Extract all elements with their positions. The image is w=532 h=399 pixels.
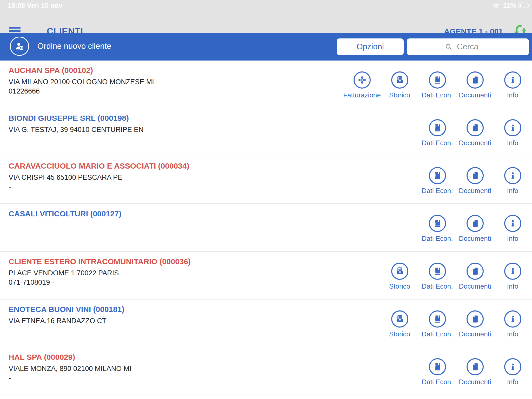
action-documenti-button[interactable]: Documenti	[456, 310, 494, 338]
client-address: VIA ETNEA,16 RANDAZZO CT	[9, 317, 124, 325]
action-info-button[interactable]: Info	[494, 71, 531, 99]
client-info: AUCHAN SPA (000102)VIA MILANO 20100 COLO…	[9, 65, 154, 95]
client-name[interactable]: CASALI VITICOLTURI (000127)	[9, 209, 122, 219]
client-row: CLIENTE ESTERO INTRACOMUNITARIO (000036)…	[0, 252, 532, 300]
client-phone: 071-7108019 -	[9, 278, 191, 287]
action-label: Dati Econ.	[422, 91, 453, 99]
action-dati-button[interactable]: Dati Econ.	[418, 310, 456, 338]
action-label: Storico	[389, 91, 410, 99]
options-button[interactable]: Opzioni	[337, 38, 404, 55]
client-address: VIA CRISPI 45 65100 PESCARA PE	[9, 173, 189, 182]
action-label: Info	[507, 235, 518, 243]
new-client-order-button[interactable]: Ordine nuovo cliente	[10, 37, 111, 56]
client-address: VIA G. TESTAJ, 39 94010 CENTURIPE EN	[9, 125, 144, 134]
client-address: VIA MILANO 20100 COLOGNO MONZESE MI	[9, 78, 154, 86]
documenti-icon	[467, 167, 484, 184]
client-actions: Dati Econ.DocumentiInfo	[418, 358, 531, 386]
storico-icon	[391, 310, 408, 328]
info-icon	[504, 167, 521, 184]
action-info-button[interactable]: Info	[494, 358, 531, 386]
search-box[interactable]	[407, 38, 529, 55]
action-label: Fatturazione	[343, 91, 381, 99]
client-info: CASALI VITICOLTURI (000127)	[9, 209, 122, 219]
action-dati-button[interactable]: Dati Econ.	[418, 215, 456, 243]
action-documenti-button[interactable]: Documenti	[456, 263, 494, 290]
action-storico-button[interactable]: Storico	[381, 71, 418, 99]
client-name[interactable]: AUCHAN SPA (000102)	[9, 65, 154, 76]
action-fatturazione-button[interactable]: Fatturazione	[343, 71, 381, 99]
dati-icon	[429, 119, 446, 136]
action-dati-button[interactable]: Dati Econ.	[418, 71, 456, 99]
action-label: Documenti	[459, 378, 491, 386]
client-name[interactable]: HAL SPA (000029)	[9, 352, 131, 362]
info-icon	[504, 358, 521, 375]
client-address: VIALE MONZA, 890 02100 MILANO MI	[9, 364, 131, 373]
action-dati-button[interactable]: Dati Econ.	[418, 358, 456, 386]
action-storico-button[interactable]: Storico	[381, 263, 418, 290]
client-name[interactable]: CARAVACCIUOLO MARIO E ASSOCIATI (000034)	[9, 161, 189, 171]
client-name[interactable]: BIONDI GIUSEPPE SRL (000198)	[9, 113, 144, 123]
fatturazione-icon	[354, 71, 371, 89]
action-info-button[interactable]: Info	[494, 167, 531, 195]
action-dati-button[interactable]: Dati Econ.	[418, 167, 456, 195]
status-time: 18:08	[8, 2, 25, 10]
action-documenti-button[interactable]: Documenti	[456, 167, 494, 195]
client-actions: Dati Econ.DocumentiInfo	[418, 119, 531, 147]
action-label: Dati Econ.	[422, 378, 453, 386]
action-label: Documenti	[459, 282, 491, 290]
info-icon	[504, 263, 521, 280]
search-icon	[444, 43, 453, 51]
dati-icon	[429, 263, 446, 280]
documenti-icon	[467, 119, 484, 136]
documenti-icon	[467, 310, 484, 328]
client-name[interactable]: ENOTECA BUONI VINI (000181)	[9, 304, 124, 315]
action-label: Documenti	[459, 235, 491, 243]
info-icon	[504, 119, 521, 136]
action-label: Storico	[389, 282, 410, 290]
client-name[interactable]: CLIENTE ESTERO INTRACOMUNITARIO (000036)	[9, 256, 191, 267]
action-label: Info	[507, 187, 518, 195]
client-row: BIONDI GIUSEPPE SRL (000198)VIA G. TESTA…	[0, 108, 532, 156]
documenti-icon	[467, 71, 484, 89]
client-row: AUCHAN SPA (000102)VIA MILANO 20100 COLO…	[0, 61, 532, 108]
client-actions: Dati Econ.DocumentiInfo	[418, 167, 531, 195]
action-documenti-button[interactable]: Documenti	[456, 215, 494, 243]
search-input[interactable]	[456, 42, 491, 52]
dati-icon	[429, 71, 446, 89]
action-label: Storico	[389, 330, 410, 338]
action-info-button[interactable]: Info	[494, 119, 531, 147]
action-label: Documenti	[459, 330, 491, 338]
action-documenti-button[interactable]: Documenti	[456, 358, 494, 386]
action-storico-button[interactable]: Storico	[381, 310, 418, 338]
action-info-button[interactable]: Info	[494, 310, 531, 338]
action-label: Info	[507, 91, 518, 99]
action-label: Documenti	[459, 91, 491, 99]
info-icon	[504, 71, 521, 89]
client-phone: -	[9, 374, 131, 382]
action-info-button[interactable]: Info	[494, 215, 531, 243]
client-row: ENOTECA BUONI VINI (000181)VIA ETNEA,16 …	[0, 300, 532, 347]
dati-icon	[429, 167, 446, 184]
new-client-order-label: Ordine nuovo cliente	[37, 42, 111, 51]
action-label: Info	[507, 330, 518, 338]
client-info: ENOTECA BUONI VINI (000181)VIA ETNEA,16 …	[9, 304, 124, 325]
client-info: CARAVACCIUOLO MARIO E ASSOCIATI (000034)…	[9, 161, 189, 191]
action-dati-button[interactable]: Dati Econ.	[418, 263, 456, 290]
action-dati-button[interactable]: Dati Econ.	[418, 119, 456, 147]
wifi-icon	[492, 2, 501, 9]
battery-icon	[518, 3, 530, 8]
action-label: Dati Econ.	[422, 330, 453, 338]
action-info-button[interactable]: Info	[494, 263, 531, 290]
action-label: Info	[507, 139, 518, 147]
action-label: Dati Econ.	[422, 187, 453, 195]
documenti-icon	[467, 263, 484, 280]
client-info: HAL SPA (000029)VIALE MONZA, 890 02100 M…	[9, 352, 131, 382]
status-bar: 18:08 Ven 15 nov 11%	[0, 0, 532, 11]
action-documenti-button[interactable]: Documenti	[456, 119, 494, 147]
documenti-icon	[467, 358, 484, 375]
dati-icon	[429, 215, 446, 232]
action-documenti-button[interactable]: Documenti	[456, 71, 494, 99]
client-row: CASALI VITICOLTURI (000127)Dati Econ.Doc…	[0, 204, 532, 252]
action-label: Documenti	[459, 187, 491, 195]
client-row: HAL SPA (000029)VIALE MONZA, 890 02100 M…	[0, 347, 532, 395]
